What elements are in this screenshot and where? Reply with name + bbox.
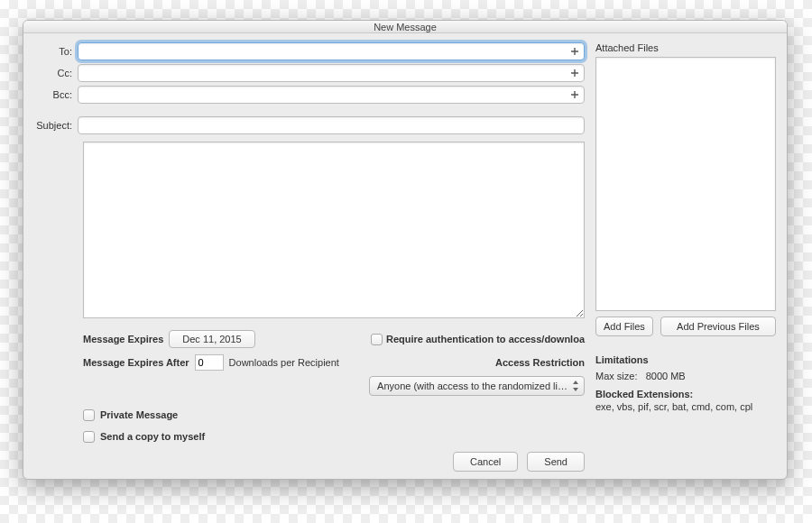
bottom-buttons: Cancel Send xyxy=(31,446,585,472)
bcc-add-icon[interactable] xyxy=(567,87,582,102)
add-files-button[interactable]: Add Files xyxy=(595,317,653,336)
max-size-label: Max size: xyxy=(595,371,637,381)
downloads-suffix: Downloads per Recipient xyxy=(229,357,339,368)
subject-input[interactable] xyxy=(78,116,585,134)
add-previous-files-button[interactable]: Add Previous Files xyxy=(660,317,776,336)
attached-files-list[interactable] xyxy=(595,57,776,311)
downloads-count-input[interactable] xyxy=(195,354,224,371)
window-content: To: Cc: Bcc: xyxy=(23,33,787,479)
expires-after-label: Message Expires After xyxy=(83,357,189,368)
require-auth-checkbox[interactable] xyxy=(371,334,383,345)
access-restriction-dropdown[interactable]: Anyone (with access to the randomized li… xyxy=(369,376,585,396)
cc-add-icon[interactable] xyxy=(567,66,582,80)
limitations-label: Limitations xyxy=(595,354,776,365)
send-copy-checkbox[interactable] xyxy=(83,431,95,443)
expires-row: Message Expires Dec 11, 2015 Require aut… xyxy=(83,329,585,349)
require-auth-label: Require authentication to access/downloa xyxy=(386,334,585,344)
bcc-input-field[interactable] xyxy=(82,87,567,103)
cc-label: Cc: xyxy=(31,68,78,78)
cancel-button[interactable]: Cancel xyxy=(453,452,518,472)
titlebar: New Message xyxy=(23,21,787,33)
subject-label: Subject: xyxy=(31,120,78,131)
require-auth-group: Require authentication to access/downloa xyxy=(371,334,585,345)
options-section: Message Expires Dec 11, 2015 Require aut… xyxy=(83,329,585,446)
message-expires-label: Message Expires xyxy=(83,334,163,344)
send-copy-row: Send a copy to myself xyxy=(83,427,585,446)
private-message-row: Private Message xyxy=(83,405,585,425)
cc-input-field[interactable] xyxy=(82,65,567,81)
to-row: To: xyxy=(31,42,585,60)
bcc-label: Bcc: xyxy=(31,89,78,100)
to-add-icon[interactable] xyxy=(567,44,582,59)
cc-input[interactable] xyxy=(78,64,585,82)
expires-after-row: Message Expires After Downloads per Reci… xyxy=(83,353,585,372)
bcc-row: Bcc: xyxy=(31,86,585,104)
private-message-checkbox[interactable] xyxy=(83,409,95,421)
bcc-input[interactable] xyxy=(78,86,585,104)
cc-row: Cc: xyxy=(31,64,585,82)
to-input[interactable] xyxy=(78,42,585,60)
to-input-field[interactable] xyxy=(82,43,567,60)
main-column: To: Cc: Bcc: xyxy=(31,42,585,472)
blocked-ext-value: exe, vbs, pif, scr, bat, cmd, com, cpl xyxy=(595,401,776,412)
new-message-window: New Message To: Cc: xyxy=(23,20,788,480)
max-size-row: Max size: 8000 MB xyxy=(595,371,776,381)
limitations-section: Limitations Max size: 8000 MB Blocked Ex… xyxy=(595,354,776,417)
max-size-value: 8000 MB xyxy=(646,371,686,381)
to-label: To: xyxy=(31,46,78,57)
attach-buttons: Add Files Add Previous Files xyxy=(595,317,776,336)
subject-row: Subject: xyxy=(31,116,585,134)
private-message-label: Private Message xyxy=(100,409,178,420)
message-body[interactable] xyxy=(83,142,585,318)
window-title: New Message xyxy=(374,22,437,32)
access-dropdown-row: Anyone (with access to the randomized li… xyxy=(83,376,585,396)
side-column: Attached Files Add Files Add Previous Fi… xyxy=(595,42,776,472)
access-restriction-group: Access Restriction xyxy=(495,357,585,368)
expires-date-button[interactable]: Dec 11, 2015 xyxy=(169,330,254,348)
send-button[interactable]: Send xyxy=(527,452,585,472)
send-copy-label: Send a copy to myself xyxy=(100,431,205,442)
access-restriction-label: Access Restriction xyxy=(495,357,585,368)
attached-files-label: Attached Files xyxy=(595,42,776,53)
blocked-ext-label: Blocked Extensions: xyxy=(595,389,776,399)
